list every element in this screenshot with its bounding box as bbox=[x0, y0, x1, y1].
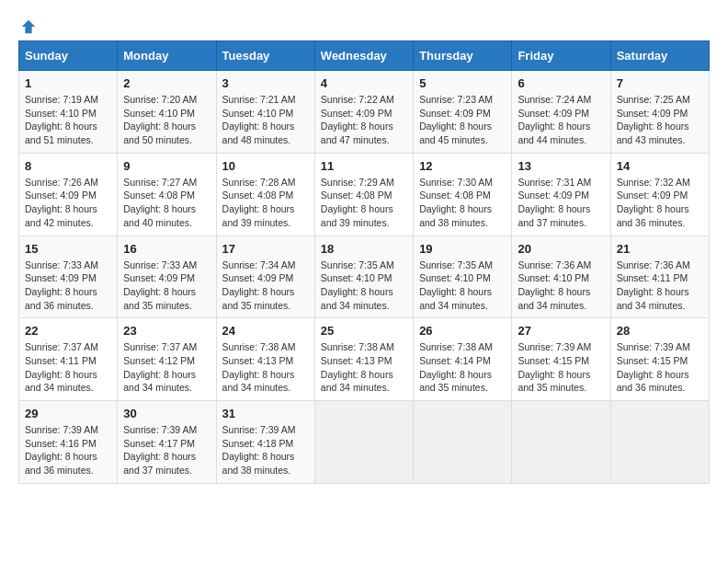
empty-cell bbox=[414, 401, 512, 484]
day-number: 22 bbox=[25, 324, 111, 338]
day-info: Sunrise: 7:27 AMSunset: 4:08 PMDaylight:… bbox=[123, 177, 197, 228]
day-info: Sunrise: 7:39 AMSunset: 4:18 PMDaylight:… bbox=[222, 424, 296, 476]
calendar-day-cell: 23 Sunrise: 7:37 AMSunset: 4:12 PMDaylig… bbox=[118, 318, 216, 401]
weekday-header-monday: Monday bbox=[118, 41, 216, 71]
day-info: Sunrise: 7:28 AMSunset: 4:08 PMDaylight:… bbox=[222, 177, 296, 228]
calendar-week-row: 15 Sunrise: 7:33 AMSunset: 4:09 PMDaylig… bbox=[19, 236, 710, 318]
calendar-day-cell: 24 Sunrise: 7:38 AMSunset: 4:13 PMDaylig… bbox=[216, 318, 314, 401]
calendar-week-row: 29 Sunrise: 7:39 AMSunset: 4:16 PMDaylig… bbox=[19, 401, 710, 484]
day-number: 31 bbox=[222, 407, 309, 420]
day-number: 20 bbox=[518, 242, 604, 256]
calendar-day-cell: 12 Sunrise: 7:30 AMSunset: 4:08 PMDaylig… bbox=[414, 153, 512, 236]
day-number: 16 bbox=[123, 242, 210, 256]
day-info: Sunrise: 7:30 AMSunset: 4:08 PMDaylight:… bbox=[419, 177, 493, 228]
day-info: Sunrise: 7:37 AMSunset: 4:12 PMDaylight:… bbox=[123, 341, 197, 393]
day-info: Sunrise: 7:25 AMSunset: 4:09 PMDaylight:… bbox=[617, 94, 690, 145]
day-number: 24 bbox=[222, 324, 309, 338]
day-info: Sunrise: 7:23 AMSunset: 4:09 PMDaylight:… bbox=[419, 94, 493, 145]
day-info: Sunrise: 7:37 AMSunset: 4:11 PMDaylight:… bbox=[25, 341, 98, 393]
day-number: 10 bbox=[222, 159, 309, 173]
day-number: 23 bbox=[123, 324, 210, 338]
day-info: Sunrise: 7:34 AMSunset: 4:09 PMDaylight:… bbox=[222, 259, 296, 311]
day-info: Sunrise: 7:26 AMSunset: 4:09 PMDaylight:… bbox=[25, 177, 98, 228]
day-info: Sunrise: 7:32 AMSunset: 4:09 PMDaylight:… bbox=[617, 177, 690, 228]
day-number: 12 bbox=[419, 159, 506, 173]
calendar-day-cell: 17 Sunrise: 7:34 AMSunset: 4:09 PMDaylig… bbox=[216, 236, 314, 318]
calendar-day-cell: 18 Sunrise: 7:35 AMSunset: 4:10 PMDaylig… bbox=[314, 236, 413, 318]
calendar-day-cell: 16 Sunrise: 7:33 AMSunset: 4:09 PMDaylig… bbox=[118, 236, 216, 318]
day-number: 9 bbox=[123, 159, 210, 173]
calendar-day-cell: 3 Sunrise: 7:21 AMSunset: 4:10 PMDayligh… bbox=[216, 71, 314, 154]
weekday-header-saturday: Saturday bbox=[610, 41, 709, 71]
day-number: 1 bbox=[25, 76, 111, 90]
day-info: Sunrise: 7:35 AMSunset: 4:10 PMDaylight:… bbox=[419, 259, 493, 311]
calendar-day-cell: 11 Sunrise: 7:29 AMSunset: 4:08 PMDaylig… bbox=[314, 153, 413, 236]
day-info: Sunrise: 7:33 AMSunset: 4:09 PMDaylight:… bbox=[123, 259, 197, 311]
day-number: 2 bbox=[123, 76, 210, 90]
calendar-day-cell: 19 Sunrise: 7:35 AMSunset: 4:10 PMDaylig… bbox=[414, 236, 512, 318]
weekday-header-tuesday: Tuesday bbox=[216, 41, 314, 71]
page-header bbox=[18, 18, 710, 31]
day-info: Sunrise: 7:39 AMSunset: 4:15 PMDaylight:… bbox=[518, 341, 591, 393]
day-info: Sunrise: 7:21 AMSunset: 4:10 PMDaylight:… bbox=[222, 94, 296, 145]
calendar-day-cell: 31 Sunrise: 7:39 AMSunset: 4:18 PMDaylig… bbox=[216, 401, 314, 484]
weekday-header-row: SundayMondayTuesdayWednesdayThursdayFrid… bbox=[19, 41, 710, 71]
day-number: 25 bbox=[321, 324, 407, 338]
day-info: Sunrise: 7:29 AMSunset: 4:08 PMDaylight:… bbox=[321, 177, 394, 228]
calendar-day-cell: 7 Sunrise: 7:25 AMSunset: 4:09 PMDayligh… bbox=[610, 71, 709, 154]
day-number: 4 bbox=[321, 76, 407, 90]
weekday-header-friday: Friday bbox=[512, 41, 610, 71]
calendar-day-cell: 26 Sunrise: 7:38 AMSunset: 4:14 PMDaylig… bbox=[414, 318, 512, 401]
day-number: 15 bbox=[25, 242, 111, 256]
day-info: Sunrise: 7:22 AMSunset: 4:09 PMDaylight:… bbox=[321, 94, 394, 145]
day-number: 30 bbox=[123, 407, 210, 420]
day-info: Sunrise: 7:38 AMSunset: 4:13 PMDaylight:… bbox=[321, 341, 394, 393]
calendar-week-row: 8 Sunrise: 7:26 AMSunset: 4:09 PMDayligh… bbox=[19, 153, 710, 236]
day-info: Sunrise: 7:39 AMSunset: 4:17 PMDaylight:… bbox=[123, 424, 197, 476]
day-info: Sunrise: 7:31 AMSunset: 4:09 PMDaylight:… bbox=[518, 177, 591, 228]
day-number: 7 bbox=[617, 76, 703, 90]
calendar-day-cell: 14 Sunrise: 7:32 AMSunset: 4:09 PMDaylig… bbox=[610, 153, 709, 236]
day-number: 29 bbox=[25, 407, 111, 420]
empty-cell bbox=[512, 401, 610, 484]
calendar-day-cell: 10 Sunrise: 7:28 AMSunset: 4:08 PMDaylig… bbox=[216, 153, 314, 236]
day-number: 8 bbox=[25, 159, 111, 173]
day-info: Sunrise: 7:36 AMSunset: 4:10 PMDaylight:… bbox=[518, 259, 591, 311]
calendar-day-cell: 4 Sunrise: 7:22 AMSunset: 4:09 PMDayligh… bbox=[314, 71, 413, 154]
calendar-week-row: 1 Sunrise: 7:19 AMSunset: 4:10 PMDayligh… bbox=[19, 71, 710, 154]
day-number: 14 bbox=[617, 159, 703, 173]
svg-marker-0 bbox=[22, 20, 35, 33]
calendar-day-cell: 1 Sunrise: 7:19 AMSunset: 4:10 PMDayligh… bbox=[19, 71, 118, 154]
calendar-day-cell: 2 Sunrise: 7:20 AMSunset: 4:10 PMDayligh… bbox=[118, 71, 216, 154]
day-number: 21 bbox=[617, 242, 703, 256]
weekday-header-thursday: Thursday bbox=[414, 41, 512, 71]
calendar-day-cell: 29 Sunrise: 7:39 AMSunset: 4:16 PMDaylig… bbox=[19, 401, 118, 484]
day-number: 27 bbox=[518, 324, 604, 338]
day-number: 19 bbox=[419, 242, 506, 256]
calendar-day-cell: 20 Sunrise: 7:36 AMSunset: 4:10 PMDaylig… bbox=[512, 236, 610, 318]
day-info: Sunrise: 7:38 AMSunset: 4:13 PMDaylight:… bbox=[222, 341, 296, 393]
calendar-day-cell: 5 Sunrise: 7:23 AMSunset: 4:09 PMDayligh… bbox=[414, 71, 512, 154]
calendar-day-cell: 6 Sunrise: 7:24 AMSunset: 4:09 PMDayligh… bbox=[512, 71, 610, 154]
calendar-day-cell: 21 Sunrise: 7:36 AMSunset: 4:11 PMDaylig… bbox=[610, 236, 709, 318]
calendar-table: SundayMondayTuesdayWednesdayThursdayFrid… bbox=[18, 40, 710, 484]
logo-icon bbox=[20, 18, 37, 35]
day-number: 28 bbox=[617, 324, 703, 338]
day-number: 5 bbox=[419, 76, 506, 90]
day-number: 17 bbox=[222, 242, 309, 256]
day-info: Sunrise: 7:39 AMSunset: 4:15 PMDaylight:… bbox=[617, 341, 690, 393]
calendar-day-cell: 13 Sunrise: 7:31 AMSunset: 4:09 PMDaylig… bbox=[512, 153, 610, 236]
empty-cell bbox=[610, 401, 709, 484]
calendar-day-cell: 8 Sunrise: 7:26 AMSunset: 4:09 PMDayligh… bbox=[19, 153, 118, 236]
day-info: Sunrise: 7:36 AMSunset: 4:11 PMDaylight:… bbox=[617, 259, 690, 311]
day-info: Sunrise: 7:39 AMSunset: 4:16 PMDaylight:… bbox=[25, 424, 98, 476]
day-info: Sunrise: 7:19 AMSunset: 4:10 PMDaylight:… bbox=[25, 94, 98, 145]
calendar-day-cell: 9 Sunrise: 7:27 AMSunset: 4:08 PMDayligh… bbox=[118, 153, 216, 236]
weekday-header-sunday: Sunday bbox=[19, 41, 118, 71]
day-info: Sunrise: 7:20 AMSunset: 4:10 PMDaylight:… bbox=[123, 94, 197, 145]
day-info: Sunrise: 7:35 AMSunset: 4:10 PMDaylight:… bbox=[321, 259, 394, 311]
day-number: 11 bbox=[321, 159, 407, 173]
day-info: Sunrise: 7:38 AMSunset: 4:14 PMDaylight:… bbox=[419, 341, 493, 393]
weekday-header-wednesday: Wednesday bbox=[314, 41, 413, 71]
day-info: Sunrise: 7:33 AMSunset: 4:09 PMDaylight:… bbox=[25, 259, 98, 311]
